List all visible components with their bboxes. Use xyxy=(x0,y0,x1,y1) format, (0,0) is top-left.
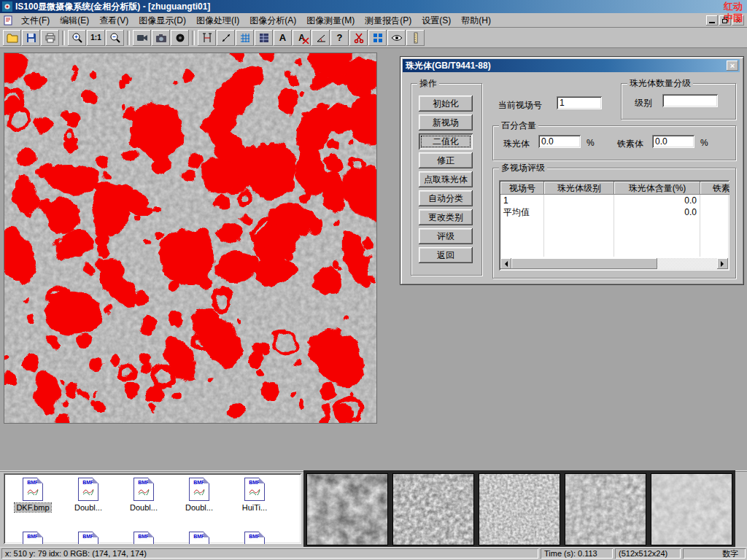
minimize-button[interactable] xyxy=(706,15,718,26)
file-item-partial[interactable]: BMP xyxy=(7,532,59,544)
metallograph-image[interactable] xyxy=(4,52,377,424)
status-time: Time (s): 0.113 xyxy=(541,548,613,559)
bmp-file-icon: BMP xyxy=(23,532,43,544)
header-pearlite-grade[interactable]: 珠光体级别 xyxy=(544,182,614,195)
file-name: HuiTi... xyxy=(241,503,268,512)
file-item-partial[interactable]: BMP xyxy=(117,532,170,544)
op-change-class-button[interactable]: 更改类别 xyxy=(419,209,473,225)
zoom-in-button[interactable] xyxy=(68,30,86,46)
percent-legend: 百分含量 xyxy=(499,120,538,131)
thumbnail-5[interactable] xyxy=(651,473,732,545)
file-item[interactable]: BMP Doubl... xyxy=(62,478,115,513)
grade-input[interactable] xyxy=(662,94,718,107)
cell-ferrite xyxy=(700,195,729,206)
op-pick-pearlite-button[interactable]: 点取珠光体 xyxy=(419,171,473,187)
print-button[interactable] xyxy=(41,30,59,46)
thumbnail-1[interactable] xyxy=(306,473,388,545)
angle-measure-button[interactable] xyxy=(311,30,330,46)
dialog-close-button[interactable]: × xyxy=(727,61,738,71)
header-ferrite[interactable]: 铁素体 xyxy=(700,182,729,195)
window-title: IS100显微摄像系统(金相分析版) - [zhuguangti01] xyxy=(15,1,210,13)
text-delete-button[interactable]: A xyxy=(293,30,311,46)
preview-button[interactable] xyxy=(387,30,406,46)
pearlite-dialog[interactable]: 珠光体(GB/T9441-88) × 操作 初始化 新视场 二值化 修正 点取珠… xyxy=(400,56,744,285)
text-annotation-button[interactable]: A xyxy=(274,30,292,46)
data-table-button[interactable] xyxy=(255,30,273,46)
zoom-in-icon xyxy=(71,32,83,44)
bmp-file-icon: BMP xyxy=(189,478,209,501)
file-item[interactable]: BMP DKF.bmp xyxy=(7,478,59,513)
menu-image-analysis[interactable]: 图像分析(A) xyxy=(244,13,301,28)
ruler-button[interactable] xyxy=(406,30,425,46)
page-fold-icon xyxy=(259,478,265,483)
scrollbar-thumb[interactable] xyxy=(511,258,657,269)
actual-size-button[interactable]: 1:1 xyxy=(87,30,105,46)
pearlite-percent-input[interactable] xyxy=(538,135,581,148)
length-measure-button[interactable] xyxy=(217,30,235,46)
op-return-button[interactable]: 返回 xyxy=(419,247,473,263)
overlay-button[interactable] xyxy=(368,30,387,46)
menu-file[interactable]: 文件(F) xyxy=(16,13,55,28)
blue-tiles-icon xyxy=(372,32,384,44)
bmp-file-icon: BMP xyxy=(78,532,98,544)
grade-legend: 珠光体数量分级 xyxy=(627,78,693,88)
menu-edit[interactable]: 编辑(E) xyxy=(55,13,94,28)
camera-capture-button[interactable] xyxy=(152,30,170,46)
scroll-left-button[interactable] xyxy=(500,258,511,269)
menu-help[interactable]: 帮助(H) xyxy=(456,13,496,28)
zoom-out-button[interactable] xyxy=(106,30,124,46)
bmp-thumb-icon xyxy=(248,486,261,495)
table-row[interactable]: 平均值 0.0 xyxy=(500,206,729,218)
menu-settings[interactable]: 设置(S) xyxy=(417,13,456,28)
menu-bar: 文件(F) 编辑(E) 查看(V) 图像显示(D) 图像处理(I) 图像分析(A… xyxy=(0,13,747,28)
open-file-button[interactable] xyxy=(3,30,21,46)
ferrite-percent-input[interactable] xyxy=(652,135,694,148)
header-pearlite-content[interactable]: 珠光体含量(%) xyxy=(614,182,700,195)
file-item[interactable]: BMP Doubl... xyxy=(173,478,225,513)
file-item-partial[interactable]: BMP xyxy=(173,532,225,544)
menu-image-process[interactable]: 图像处理(I) xyxy=(191,13,244,28)
bmp-file-icon: BMP xyxy=(189,532,209,544)
video-capture-button[interactable] xyxy=(133,30,151,46)
camera-icon xyxy=(155,32,167,44)
menu-image-measure[interactable]: 图像测量(M) xyxy=(301,13,360,28)
current-field-input[interactable] xyxy=(557,96,602,109)
toolbar-separator xyxy=(192,31,195,45)
title-bar[interactable]: IS100显微摄像系统(金相分析版) - [zhuguangti01] xyxy=(0,0,747,13)
menu-view[interactable]: 查看(V) xyxy=(94,13,133,28)
angle-icon xyxy=(315,32,327,44)
op-new-field-button[interactable]: 新视场 xyxy=(419,114,473,131)
op-binarize-button[interactable]: 二值化 xyxy=(419,133,473,149)
menu-measure-report[interactable]: 测量报告(P) xyxy=(360,13,417,28)
bmp-thumb-icon xyxy=(82,486,95,495)
header-field[interactable]: 视场号 xyxy=(500,182,544,195)
zoom-out-icon xyxy=(109,32,121,44)
op-initialize-button[interactable]: 初始化 xyxy=(419,96,473,112)
actual-size-icon: 1:1 xyxy=(90,34,101,42)
snapshot-button[interactable] xyxy=(171,30,189,46)
thumbnail-3[interactable] xyxy=(479,473,560,545)
floppy-icon xyxy=(26,32,37,44)
table-hscrollbar[interactable] xyxy=(500,258,728,269)
help-button[interactable]: ? xyxy=(330,30,349,46)
save-button[interactable] xyxy=(22,30,40,46)
grid-measure-button[interactable] xyxy=(236,30,254,46)
op-grade-button[interactable]: 评级 xyxy=(419,228,473,244)
file-item-partial[interactable]: BMP xyxy=(62,532,115,544)
file-item[interactable]: BMP HuiTi... xyxy=(228,478,281,513)
bmp-file-icon: BMP xyxy=(23,478,43,501)
thumbnail-4[interactable] xyxy=(565,473,646,545)
caliper-measure-button[interactable] xyxy=(198,30,216,46)
table-row[interactable]: 1 0.0 xyxy=(500,195,729,206)
op-auto-classify-button[interactable]: 自动分类 xyxy=(419,190,473,206)
dialog-title-bar[interactable]: 珠光体(GB/T9441-88) × xyxy=(403,59,740,72)
left-arrow-icon xyxy=(502,261,508,267)
menu-image-display[interactable]: 图像显示(D) xyxy=(133,13,191,28)
file-item-partial[interactable]: BMP xyxy=(228,532,281,544)
file-item[interactable]: BMP Doubl... xyxy=(117,478,170,513)
op-correct-button[interactable]: 修正 xyxy=(419,152,473,168)
scroll-right-button[interactable] xyxy=(717,258,728,269)
cut-button[interactable] xyxy=(349,30,368,46)
thumbnail-2[interactable] xyxy=(392,473,474,545)
document-icon[interactable] xyxy=(3,15,15,26)
